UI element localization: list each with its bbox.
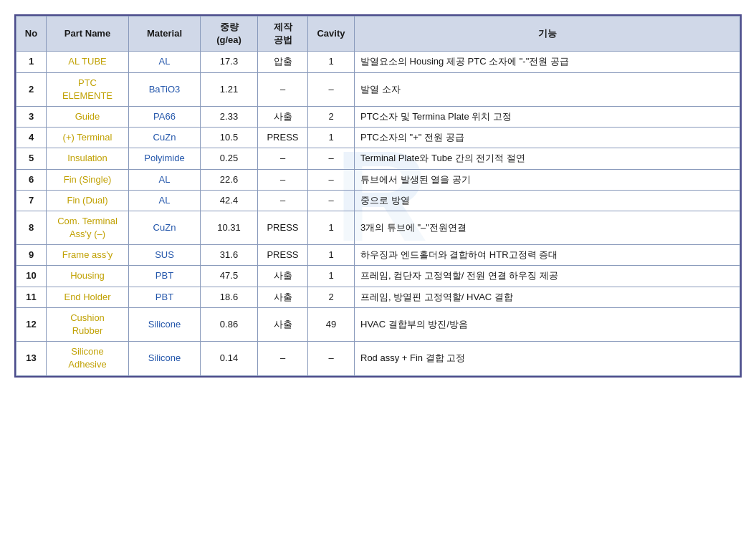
cell-weight: 10.5	[201, 128, 258, 148]
cell-cavity: 49	[308, 307, 355, 341]
cell-no: 6	[16, 169, 47, 190]
cell-method: PRESS	[258, 245, 308, 266]
table-row: 4(+) TerminalCuZn10.5PRESS1PTC소자의 "+" 전원…	[16, 128, 740, 148]
cell-part-name: Cushion Rubber	[47, 307, 129, 341]
table-row: 2PTC ELEMENTEBaTiO31.21––발열 소자	[16, 72, 740, 106]
cell-cavity: 1	[308, 245, 355, 266]
cell-no: 11	[16, 287, 47, 307]
cell-no: 1	[16, 52, 47, 72]
cell-material: Silicone	[129, 307, 201, 341]
cell-method: –	[258, 342, 308, 375]
cell-part-name: (+) Terminal	[47, 128, 129, 148]
cell-material: AL	[129, 190, 201, 211]
cell-cavity: –	[308, 342, 355, 375]
cell-method: 압출	[258, 52, 308, 72]
cell-no: 7	[16, 190, 47, 211]
cell-cavity: 2	[308, 106, 355, 127]
cell-material: Polyimide	[129, 148, 201, 169]
parts-table: No Part Name Material 중량(g/ea) 제작공법 Cavi…	[16, 16, 740, 376]
table-header-row: No Part Name Material 중량(g/ea) 제작공법 Cavi…	[16, 16, 740, 52]
header-material: Material	[129, 16, 201, 52]
table-row: 7Fin (Dual)AL42.4––중으로 방열	[16, 190, 740, 211]
cell-weight: 0.86	[201, 307, 258, 341]
cell-method: –	[258, 72, 308, 106]
header-weight: 중량(g/ea)	[201, 16, 258, 52]
cell-func: 3개의 튜브에 "–"전원연결	[355, 211, 740, 244]
cell-cavity: –	[308, 169, 355, 190]
cell-func: 발열 소자	[355, 72, 740, 106]
table-row: 5InsulationPolyimide0.25––Terminal Plate…	[16, 148, 740, 169]
cell-func: 하우징과 엔드홀더와 결합하여 HTR고정력 증대	[355, 245, 740, 266]
cell-method: PRESS	[258, 211, 308, 244]
cell-func: 프레임, 컴단자 고정역할/ 전원 연결 하우징 제공	[355, 266, 740, 287]
cell-weight: 42.4	[201, 190, 258, 211]
cell-material: BaTiO3	[129, 72, 201, 106]
table-body: 1AL TUBEAL17.3압출1발열요소의 Housing 제공 PTC 소자…	[16, 52, 740, 375]
main-table-container: R No Part Name Material 중량(g/ea) 제작공법 Ca…	[14, 14, 742, 378]
cell-part-name: End Holder	[47, 287, 129, 307]
table-row: 3GuidePA662.33사출2PTC소자 및 Termina Plate 위…	[16, 106, 740, 127]
cell-part-name: AL TUBE	[47, 52, 129, 72]
cell-func: PTC소자의 "+" 전원 공급	[355, 128, 740, 148]
cell-method: 사출	[258, 266, 308, 287]
table-row: 8Com. Terminal Ass'y (–)CuZn10.31PRESS13…	[16, 211, 740, 244]
cell-weight: 17.3	[201, 52, 258, 72]
cell-part-name: Insulation	[47, 148, 129, 169]
cell-no: 10	[16, 266, 47, 287]
cell-method: –	[258, 148, 308, 169]
table-row: 10HousingPBT47.5사출1프레임, 컴단자 고정역할/ 전원 연결 …	[16, 266, 740, 287]
cell-method: PRESS	[258, 128, 308, 148]
cell-func: 프레임, 방열핀 고정역할/ HVAC 결합	[355, 287, 740, 307]
cell-func: Terminal Plate와 Tube 간의 전기적 절연	[355, 148, 740, 169]
cell-method: –	[258, 169, 308, 190]
cell-func: PTC소자 및 Termina Plate 위치 고정	[355, 106, 740, 127]
table-row: 11End HolderPBT18.6사출2프레임, 방열핀 고정역할/ HVA…	[16, 287, 740, 307]
cell-material: PA66	[129, 106, 201, 127]
header-cavity: Cavity	[308, 16, 355, 52]
cell-no: 3	[16, 106, 47, 127]
cell-part-name: Silicone Adhesive	[47, 342, 129, 375]
cell-weight: 0.14	[201, 342, 258, 375]
cell-cavity: 1	[308, 211, 355, 244]
table-row: 6Fin (Single)AL22.6––튜브에서 발생된 열을 공기	[16, 169, 740, 190]
cell-func: 발열요소의 Housing 제공 PTC 소자에 "-"전원 공급	[355, 52, 740, 72]
cell-part-name: Housing	[47, 266, 129, 287]
cell-func: 튜브에서 발생된 열을 공기	[355, 169, 740, 190]
cell-weight: 10.31	[201, 211, 258, 244]
cell-method: –	[258, 190, 308, 211]
cell-cavity: 2	[308, 287, 355, 307]
cell-weight: 18.6	[201, 287, 258, 307]
cell-cavity: –	[308, 148, 355, 169]
cell-material: CuZn	[129, 211, 201, 244]
cell-cavity: 1	[308, 128, 355, 148]
cell-func: HVAC 결합부의 방진/방음	[355, 307, 740, 341]
table-row: 12Cushion RubberSilicone0.86사출49HVAC 결합부…	[16, 307, 740, 341]
header-no: No	[16, 16, 47, 52]
cell-no: 5	[16, 148, 47, 169]
cell-weight: 47.5	[201, 266, 258, 287]
cell-func: 중으로 방열	[355, 190, 740, 211]
cell-material: Silicone	[129, 342, 201, 375]
cell-weight: 31.6	[201, 245, 258, 266]
cell-part-name: Com. Terminal Ass'y (–)	[47, 211, 129, 244]
cell-part-name: Fin (Single)	[47, 169, 129, 190]
cell-cavity: –	[308, 72, 355, 106]
table-row: 9Frame ass'ySUS31.6PRESS1하우징과 엔드홀더와 결합하여…	[16, 245, 740, 266]
cell-method: 사출	[258, 106, 308, 127]
header-func: 기능	[355, 16, 740, 52]
cell-material: PBT	[129, 266, 201, 287]
cell-weight: 2.33	[201, 106, 258, 127]
cell-no: 12	[16, 307, 47, 341]
header-method: 제작공법	[258, 16, 308, 52]
header-part-name: Part Name	[47, 16, 129, 52]
cell-part-name: Guide	[47, 106, 129, 127]
cell-part-name: Frame ass'y	[47, 245, 129, 266]
cell-cavity: –	[308, 190, 355, 211]
cell-weight: 22.6	[201, 169, 258, 190]
cell-method: 사출	[258, 287, 308, 307]
cell-no: 8	[16, 211, 47, 244]
cell-weight: 1.21	[201, 72, 258, 106]
cell-no: 2	[16, 72, 47, 106]
cell-func: Rod assy + Fin 결합 고정	[355, 342, 740, 375]
cell-material: SUS	[129, 245, 201, 266]
